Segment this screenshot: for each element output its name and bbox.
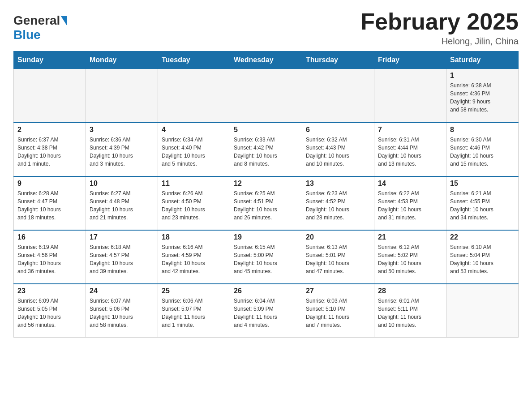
title-section: February 2025 Helong, Jilin, China: [360, 9, 519, 47]
day-number: 9: [17, 180, 82, 188]
calendar-cell: 28Sunrise: 6:01 AMSunset: 5:11 PMDayligh…: [374, 284, 446, 338]
day-info: Sunrise: 6:15 AMSunset: 5:00 PMDaylight:…: [234, 243, 298, 275]
day-info: Sunrise: 6:12 AMSunset: 5:02 PMDaylight:…: [378, 243, 442, 275]
day-number: 22: [450, 233, 515, 241]
calendar-cell: 12Sunrise: 6:25 AMSunset: 4:51 PMDayligh…: [230, 176, 302, 230]
day-number: 12: [234, 180, 298, 188]
calendar-cell: [14, 69, 86, 123]
calendar-cell: 17Sunrise: 6:18 AMSunset: 4:57 PMDayligh…: [86, 230, 158, 284]
calendar-week-row: 1Sunrise: 6:38 AMSunset: 4:36 PMDaylight…: [14, 69, 519, 123]
weekday-header-thursday: Thursday: [302, 51, 374, 69]
weekday-header-sunday: Sunday: [14, 51, 86, 69]
weekday-header-monday: Monday: [86, 51, 158, 69]
calendar-cell: 9Sunrise: 6:28 AMSunset: 4:47 PMDaylight…: [14, 176, 86, 230]
day-number: 24: [90, 287, 154, 295]
calendar-cell: 23Sunrise: 6:09 AMSunset: 5:05 PMDayligh…: [14, 284, 86, 338]
day-info: Sunrise: 6:04 AMSunset: 5:09 PMDaylight:…: [234, 297, 298, 329]
day-info: Sunrise: 6:31 AMSunset: 4:44 PMDaylight:…: [378, 136, 442, 168]
day-info: Sunrise: 6:10 AMSunset: 5:04 PMDaylight:…: [450, 243, 515, 275]
day-info: Sunrise: 6:18 AMSunset: 4:57 PMDaylight:…: [90, 243, 154, 275]
day-info: Sunrise: 6:06 AMSunset: 5:07 PMDaylight:…: [162, 297, 226, 329]
month-title: February 2025: [360, 9, 519, 34]
calendar-cell: [374, 69, 446, 123]
calendar-cell: 13Sunrise: 6:23 AMSunset: 4:52 PMDayligh…: [302, 176, 374, 230]
day-info: Sunrise: 6:22 AMSunset: 4:53 PMDaylight:…: [378, 189, 442, 222]
day-number: 15: [450, 180, 515, 188]
day-info: Sunrise: 6:21 AMSunset: 4:55 PMDaylight:…: [450, 189, 515, 222]
day-info: Sunrise: 6:38 AMSunset: 4:36 PMDaylight:…: [450, 81, 515, 114]
day-number: 14: [378, 180, 442, 188]
day-info: Sunrise: 6:33 AMSunset: 4:42 PMDaylight:…: [234, 136, 298, 168]
page-header: General Blue February 2025 Helong, Jilin…: [13, 9, 519, 47]
calendar-cell: 5Sunrise: 6:33 AMSunset: 4:42 PMDaylight…: [230, 123, 302, 176]
day-number: 21: [378, 233, 442, 241]
calendar-cell: 25Sunrise: 6:06 AMSunset: 5:07 PMDayligh…: [158, 284, 230, 338]
day-info: Sunrise: 6:25 AMSunset: 4:51 PMDaylight:…: [234, 189, 298, 222]
calendar-cell: 20Sunrise: 6:13 AMSunset: 5:01 PMDayligh…: [302, 230, 374, 284]
day-number: 7: [378, 126, 442, 134]
day-number: 1: [450, 72, 515, 80]
calendar-cell: [158, 69, 230, 123]
day-number: 23: [17, 287, 82, 295]
day-info: Sunrise: 6:16 AMSunset: 4:59 PMDaylight:…: [162, 243, 226, 275]
day-number: 4: [162, 126, 226, 134]
day-number: 17: [90, 233, 154, 241]
calendar-cell: 10Sunrise: 6:27 AMSunset: 4:48 PMDayligh…: [86, 176, 158, 230]
day-number: 11: [162, 180, 226, 188]
calendar-cell: 19Sunrise: 6:15 AMSunset: 5:00 PMDayligh…: [230, 230, 302, 284]
calendar-week-row: 16Sunrise: 6:19 AMSunset: 4:56 PMDayligh…: [14, 230, 519, 284]
day-info: Sunrise: 6:37 AMSunset: 4:38 PMDaylight:…: [17, 136, 82, 168]
day-number: 16: [17, 233, 82, 241]
calendar-week-row: 9Sunrise: 6:28 AMSunset: 4:47 PMDaylight…: [14, 176, 519, 230]
calendar-cell: [302, 69, 374, 123]
day-info: Sunrise: 6:30 AMSunset: 4:46 PMDaylight:…: [450, 136, 515, 168]
calendar-table: SundayMondayTuesdayWednesdayThursdayFrid…: [13, 51, 519, 338]
calendar-cell: 6Sunrise: 6:32 AMSunset: 4:43 PMDaylight…: [302, 123, 374, 176]
day-number: 13: [306, 180, 370, 188]
logo-icon: General Blue: [13, 13, 67, 42]
calendar-cell: 3Sunrise: 6:36 AMSunset: 4:39 PMDaylight…: [86, 123, 158, 176]
day-number: 3: [90, 126, 154, 134]
day-info: Sunrise: 6:34 AMSunset: 4:40 PMDaylight:…: [162, 136, 226, 168]
day-number: 5: [234, 126, 298, 134]
logo-blue-text: Blue: [13, 28, 41, 42]
day-info: Sunrise: 6:07 AMSunset: 5:06 PMDaylight:…: [90, 297, 154, 329]
calendar-cell: 24Sunrise: 6:07 AMSunset: 5:06 PMDayligh…: [86, 284, 158, 338]
day-info: Sunrise: 6:13 AMSunset: 5:01 PMDaylight:…: [306, 243, 370, 275]
calendar-week-row: 23Sunrise: 6:09 AMSunset: 5:05 PMDayligh…: [14, 284, 519, 338]
day-number: 19: [234, 233, 298, 241]
calendar-cell: 18Sunrise: 6:16 AMSunset: 4:59 PMDayligh…: [158, 230, 230, 284]
calendar-cell: 1Sunrise: 6:38 AMSunset: 4:36 PMDaylight…: [446, 69, 519, 123]
day-number: 27: [306, 287, 370, 295]
weekday-header-friday: Friday: [374, 51, 446, 69]
logo-general-text: General: [13, 13, 60, 28]
calendar-cell: 7Sunrise: 6:31 AMSunset: 4:44 PMDaylight…: [374, 123, 446, 176]
calendar-cell: [446, 284, 519, 338]
calendar-cell: 14Sunrise: 6:22 AMSunset: 4:53 PMDayligh…: [374, 176, 446, 230]
weekday-header-saturday: Saturday: [446, 51, 519, 69]
logo-triangle-icon: [61, 16, 67, 26]
day-info: Sunrise: 6:36 AMSunset: 4:39 PMDaylight:…: [90, 136, 154, 168]
calendar-cell: 11Sunrise: 6:26 AMSunset: 4:50 PMDayligh…: [158, 176, 230, 230]
calendar-cell: 16Sunrise: 6:19 AMSunset: 4:56 PMDayligh…: [14, 230, 86, 284]
day-number: 28: [378, 287, 442, 295]
calendar-cell: [230, 69, 302, 123]
calendar-cell: 4Sunrise: 6:34 AMSunset: 4:40 PMDaylight…: [158, 123, 230, 176]
day-number: 20: [306, 233, 370, 241]
day-number: 8: [450, 126, 515, 134]
calendar-week-row: 2Sunrise: 6:37 AMSunset: 4:38 PMDaylight…: [14, 123, 519, 176]
calendar-cell: 21Sunrise: 6:12 AMSunset: 5:02 PMDayligh…: [374, 230, 446, 284]
day-info: Sunrise: 6:01 AMSunset: 5:11 PMDaylight:…: [378, 297, 442, 329]
day-info: Sunrise: 6:26 AMSunset: 4:50 PMDaylight:…: [162, 189, 226, 222]
logo: General Blue: [13, 13, 67, 42]
location: Helong, Jilin, China: [360, 36, 519, 47]
day-number: 25: [162, 287, 226, 295]
weekday-header-row: SundayMondayTuesdayWednesdayThursdayFrid…: [14, 51, 519, 69]
day-info: Sunrise: 6:19 AMSunset: 4:56 PMDaylight:…: [17, 243, 82, 275]
calendar-cell: 8Sunrise: 6:30 AMSunset: 4:46 PMDaylight…: [446, 123, 519, 176]
weekday-header-wednesday: Wednesday: [230, 51, 302, 69]
day-number: 18: [162, 233, 226, 241]
day-info: Sunrise: 6:03 AMSunset: 5:10 PMDaylight:…: [306, 297, 370, 329]
day-info: Sunrise: 6:27 AMSunset: 4:48 PMDaylight:…: [90, 189, 154, 222]
calendar-cell: [86, 69, 158, 123]
